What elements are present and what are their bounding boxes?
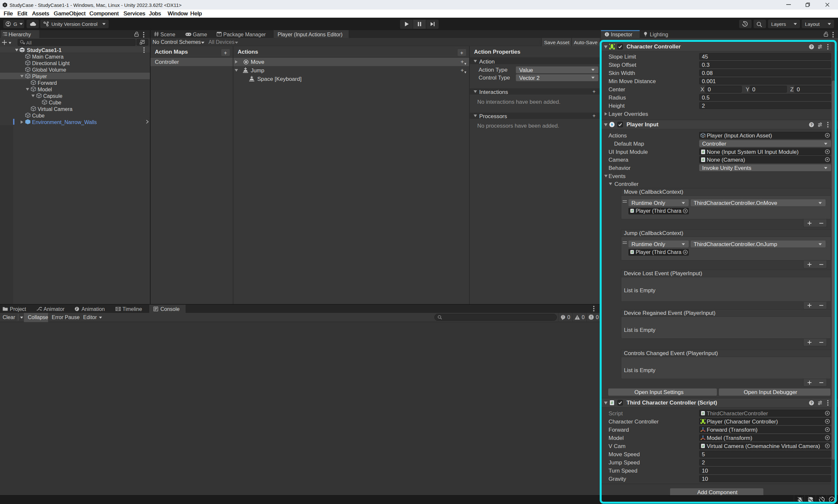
svg-text:!: ! <box>563 315 563 319</box>
svg-text:!: ! <box>590 315 592 319</box>
